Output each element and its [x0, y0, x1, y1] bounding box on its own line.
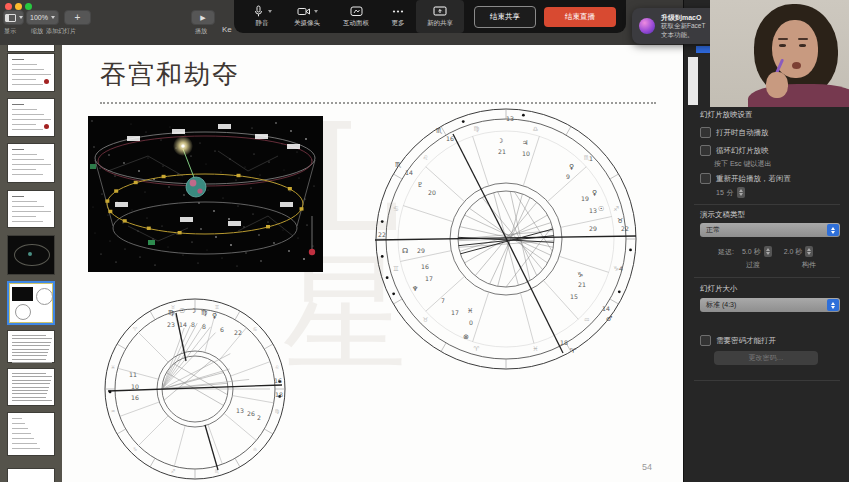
svg-text:26: 26 [247, 410, 255, 417]
end-live-button[interactable]: 结束直播 [544, 7, 616, 27]
background-document-sliver [688, 57, 698, 105]
svg-text:♌: ♌ [275, 364, 279, 370]
svg-text:☽: ☽ [497, 137, 503, 145]
notification-title: 升级到macO [661, 13, 705, 22]
svg-text:⊗: ⊗ [463, 333, 469, 341]
minimize-window-button[interactable] [15, 3, 22, 10]
camera-off-button[interactable]: 关摄像头 [282, 0, 332, 33]
celestial-sphere-image [88, 116, 323, 272]
delay-label: 延迟: [718, 247, 734, 257]
autoplay-checkbox[interactable] [700, 127, 711, 138]
svg-text:13: 13 [589, 207, 597, 214]
section-presentation-type: 演示文稿类型 [700, 210, 745, 220]
slide-thumbnail[interactable] [7, 281, 55, 325]
svg-text:♈: ♈ [570, 347, 576, 355]
close-window-button[interactable] [5, 3, 12, 10]
slide-thumbnail[interactable] [7, 468, 55, 482]
svg-text:♎: ♎ [533, 125, 539, 133]
slide-thumbnail[interactable] [7, 330, 55, 363]
share-screen-icon [433, 5, 447, 18]
zoom-level-button[interactable]: 100% [26, 10, 59, 25]
more-button[interactable]: 更多 [380, 0, 416, 33]
microphone-icon [252, 5, 272, 18]
add-slide-button[interactable]: + [64, 10, 91, 25]
window-title-fragment: Ke [222, 25, 232, 34]
natal-chart-small: ♊♋♌♍♎♏♐♑♒♓♈♉♍☉☽♍♀23148862211101616181326… [98, 287, 294, 482]
view-menu-button[interactable] [3, 10, 24, 25]
loop-checkbox[interactable] [700, 145, 711, 156]
section-playback-settings: 幻灯片放映设置 [700, 110, 753, 120]
svg-text:♓: ♓ [467, 307, 473, 315]
macos-icon [639, 18, 655, 34]
natal-chart-large: ♎♏♐♑♒♓♈♉♊♋♌♍13♏16☽♃21101♀9♏14♇20♀19☉1329… [370, 107, 642, 379]
build-delay-stepper[interactable] [805, 246, 813, 257]
svg-text:♇: ♇ [417, 181, 423, 189]
person-hand [766, 72, 788, 98]
svg-text:♂: ♂ [606, 315, 612, 323]
idle-duration-value[interactable]: 15 [716, 189, 724, 196]
end-share-button[interactable]: 结束共享 [474, 6, 536, 28]
svg-text:13: 13 [236, 407, 244, 414]
view-icon [5, 14, 16, 22]
svg-text:♎: ♎ [253, 446, 258, 452]
svg-text:0: 0 [469, 319, 473, 326]
person-eye [779, 44, 786, 47]
slide-thumbnail[interactable] [7, 368, 55, 406]
dropdown-stepper-icon [827, 299, 839, 311]
slide-thumbnail[interactable] [7, 98, 55, 137]
svg-text:♏: ♏ [395, 161, 402, 169]
play-button[interactable]: ▶ [191, 10, 215, 25]
build-delay-value[interactable]: 2.0 秒 [784, 247, 803, 257]
add-slide-label: 添加幻灯片 [46, 27, 76, 36]
section-slide-size: 幻灯片大小 [700, 284, 738, 294]
svg-text:29: 29 [417, 247, 425, 254]
thumb-sphere [14, 244, 50, 266]
transition-delay-stepper[interactable] [764, 246, 772, 257]
slide-thumbnail[interactable] [7, 190, 55, 228]
zoom-window-button[interactable] [25, 3, 32, 10]
interactive-panel-button[interactable]: 互动面板 [332, 0, 380, 33]
slide-thumbnail[interactable] [7, 53, 55, 92]
autoplay-row: 打开时自动播放 [700, 127, 769, 138]
dropdown-stepper-icon [827, 224, 839, 236]
password-checkbox[interactable] [700, 335, 711, 346]
slide-page-number: 54 [642, 462, 652, 472]
webcam-video [710, 0, 849, 107]
slide-thumbnail[interactable] [7, 235, 55, 275]
idle-duration-stepper[interactable] [737, 187, 745, 198]
svg-text:14: 14 [179, 321, 187, 328]
presentation-type-dropdown[interactable]: 正常 [700, 223, 840, 237]
svg-text:♃: ♃ [522, 139, 528, 147]
svg-text:14: 14 [602, 305, 610, 312]
delay-row: 延迟: 5.0 秒 2.0 秒 [718, 246, 813, 257]
svg-text:23: 23 [167, 321, 175, 328]
svg-text:♊: ♊ [393, 265, 399, 273]
mute-button[interactable]: 静音 [242, 0, 282, 33]
svg-text:16: 16 [131, 394, 139, 401]
svg-text:2: 2 [257, 414, 261, 421]
play-label: 播放 [195, 27, 207, 36]
slide-size-dropdown[interactable]: 标准 (4:3) [700, 298, 840, 312]
transition-delay-value[interactable]: 5.0 秒 [742, 247, 761, 257]
change-password-button[interactable]: 更改密码… [714, 351, 818, 365]
password-row: 需要密码才能打开 [700, 335, 776, 346]
restart-idle-checkbox[interactable] [700, 173, 711, 184]
svg-text:♉: ♉ [422, 316, 428, 324]
screen: { "keynote_toolbar": { "view_label": "显示… [0, 0, 849, 482]
svg-text:☊: ☊ [402, 247, 408, 255]
whiteboard-icon [350, 5, 363, 18]
slide-thumbnail[interactable] [7, 45, 55, 52]
transition-delay-label: 过渡 [746, 260, 760, 270]
person-brow [798, 38, 808, 40]
divider [694, 380, 840, 381]
person-mouth [792, 62, 801, 69]
svg-text:16: 16 [274, 377, 282, 384]
svg-text:☽: ☽ [190, 307, 196, 315]
svg-text:♀: ♀ [212, 312, 217, 320]
svg-text:♒: ♒ [111, 408, 116, 414]
svg-text:17: 17 [451, 309, 459, 316]
new-share-button[interactable]: 新的共享 [416, 0, 464, 33]
slide-thumbnail[interactable] [7, 412, 55, 456]
conference-toolbar: 静音 关摄像头 互动面板 更多 新的共享 结束共享 结束直播 [234, 0, 626, 33]
slide-thumbnail[interactable] [7, 143, 55, 183]
